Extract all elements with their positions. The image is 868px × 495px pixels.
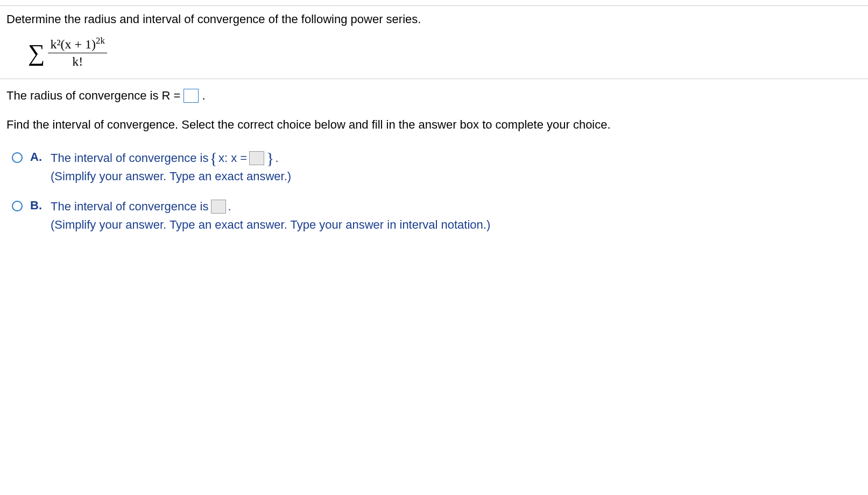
- choice-a-text-after: .: [276, 149, 279, 167]
- radius-input[interactable]: [184, 89, 199, 103]
- choice-a-line1: The interval of convergence is { x: x = …: [51, 149, 291, 167]
- brace-close: }: [266, 152, 274, 165]
- sigma-symbol: ∑: [28, 41, 45, 65]
- choice-b-text-before: The interval of convergence is: [51, 197, 209, 216]
- choice-b-row: B. The interval of convergence is . (Sim…: [12, 197, 862, 234]
- choice-b-line1: The interval of convergence is .: [51, 197, 490, 216]
- choice-b-radio[interactable]: [12, 201, 23, 211]
- choice-a-row: A. The interval of convergence is { x: x…: [12, 149, 862, 186]
- power-series-formula: ∑ k²(x + 1)2k k!: [28, 37, 862, 69]
- radius-text-after: .: [202, 89, 205, 103]
- fraction-denominator: k!: [72, 53, 83, 69]
- choice-b-content: The interval of convergence is . (Simpli…: [51, 197, 490, 234]
- radius-text-before: The radius of convergence is R =: [6, 89, 180, 103]
- interval-prompt: Find the interval of convergence. Select…: [6, 118, 862, 132]
- fraction-numerator: k²(x + 1)2k: [48, 37, 107, 53]
- choice-b-input[interactable]: [211, 200, 226, 214]
- choice-a-content: The interval of convergence is { x: x = …: [51, 149, 291, 186]
- choice-a-radio-wrap: [12, 152, 23, 166]
- choice-b-text-after: .: [228, 197, 231, 216]
- choice-a-label: A.: [30, 150, 43, 164]
- fraction: k²(x + 1)2k k!: [48, 37, 107, 69]
- choice-b-radio-wrap: [12, 201, 23, 215]
- answer-section: The radius of convergence is R = . Find …: [0, 79, 868, 256]
- choice-a-hint: (Simplify your answer. Type an exact ans…: [51, 167, 291, 186]
- radius-line: The radius of convergence is R = .: [6, 89, 862, 103]
- question-prompt: Determine the radius and interval of con…: [6, 12, 862, 26]
- choice-a-input[interactable]: [249, 151, 264, 165]
- choice-b-label: B.: [30, 199, 43, 213]
- brace-open: {: [210, 152, 217, 165]
- choice-a-radio[interactable]: [12, 152, 23, 163]
- choice-a-inner-before: x: x =: [218, 149, 247, 167]
- choice-b-hint: (Simplify your answer. Type an exact ans…: [51, 216, 490, 234]
- question-section: Determine the radius and interval of con…: [0, 6, 868, 79]
- choice-a-text-before: The interval of convergence is: [51, 149, 209, 167]
